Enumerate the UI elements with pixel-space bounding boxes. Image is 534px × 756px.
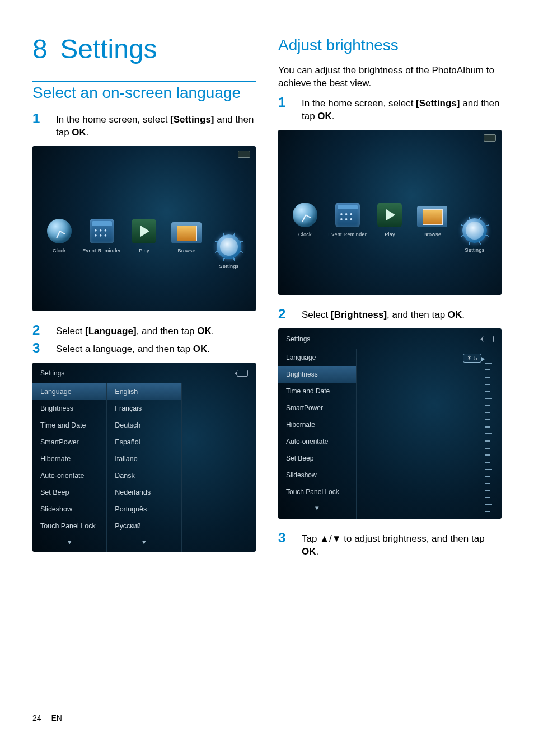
- section-adjust-brightness: Adjust brightness: [278, 34, 502, 54]
- chapter-number: 8: [32, 34, 48, 64]
- slider-tick: [485, 377, 490, 378]
- settings-row-smartpower: SmartPower: [32, 434, 106, 450]
- sd-card-icon: [238, 151, 250, 158]
- play-icon: [132, 219, 156, 243]
- language-option-english: English: [107, 383, 181, 400]
- left-step-2: 2 Select [Language], and then tap OK.: [32, 323, 256, 338]
- slider-tick: [485, 419, 490, 420]
- browse-icon: [417, 206, 447, 227]
- slider-tick: [485, 363, 492, 364]
- slider-tick: [485, 426, 490, 428]
- page-footer: 24 EN: [32, 713, 62, 722]
- menu-title: Settings: [286, 335, 310, 343]
- back-icon: [237, 370, 248, 377]
- home-item-clock: Clock: [40, 219, 79, 253]
- settings-row-touch-panel-lock: Touch Panel Lock: [278, 483, 356, 500]
- play-icon: [377, 203, 402, 227]
- home-item-settings: Settings: [455, 218, 494, 253]
- home-item-event-reminder: Event Reminder: [328, 203, 367, 237]
- slider-tick: [485, 504, 492, 505]
- settings-row-language: Language: [32, 383, 106, 400]
- home-item-settings: Settings: [209, 234, 249, 269]
- language-option-dansk: Dansk: [107, 467, 181, 484]
- section-select-language: Select an on-screen language: [32, 81, 256, 102]
- step-number: 2: [278, 307, 302, 321]
- menu-title: Settings: [40, 369, 64, 377]
- right-steps-3: 3 Tap ▲/▼ to adjust brightness, and then…: [278, 531, 502, 558]
- brightness-intro: You can adjust the brightness of the Pho…: [278, 64, 502, 90]
- step-text: In the home screen, select [Settings] an…: [302, 96, 502, 123]
- screenshot-home-right: ClockEvent ReminderPlayBrowseSettings: [278, 130, 502, 295]
- home-item-play: Play: [370, 203, 409, 237]
- step-text: Select a language, and then tap OK.: [56, 341, 256, 356]
- step-number: 3: [32, 341, 56, 355]
- left-steps-top: 1 In the home screen, select [Settings] …: [32, 112, 256, 139]
- right-column: Adjust brightness You can adjust the bri…: [278, 34, 502, 564]
- slider-tick: [485, 511, 490, 512]
- settings-icon: [217, 234, 241, 259]
- home-item-browse: Browse: [167, 220, 206, 253]
- settings-row-hibernate: Hibernate: [32, 450, 106, 467]
- slider-tick: [485, 497, 490, 498]
- settings-row-time-and-date: Time and Date: [278, 383, 356, 400]
- slider-tick: [485, 398, 492, 399]
- home-item-event-reminder: Event Reminder: [82, 219, 121, 253]
- step-text: In the home screen, select [Settings] an…: [56, 112, 256, 139]
- step-number: 1: [32, 112, 56, 125]
- clock-icon: [293, 203, 317, 227]
- home-item-label: Play: [370, 232, 409, 237]
- settings-row-brightness: Brightness: [278, 366, 356, 383]
- home-item-label: Settings: [455, 247, 494, 253]
- home-item-label: Clock: [285, 232, 325, 237]
- home-item-label: Clock: [40, 248, 79, 253]
- settings-row-slideshow: Slideshow: [278, 467, 356, 483]
- slider-tick: [485, 469, 492, 470]
- language-option-deutsch: Deutsch: [107, 417, 181, 434]
- left-column: 8 Settings Select an on-screen language …: [32, 34, 256, 564]
- step-number: 2: [32, 323, 56, 337]
- settings-row-auto-orientate: Auto-orientate: [278, 433, 356, 450]
- slider-tick: [485, 391, 490, 392]
- language-option-nederlands: Nederlands: [107, 484, 181, 501]
- chapter-title: Settings: [60, 34, 157, 64]
- home-item-label: Browse: [413, 232, 452, 237]
- left-steps-rest: 2 Select [Language], and then tap OK. 3 …: [32, 323, 256, 356]
- right-step-2: 2 Select [Brightness], and then tap OK.: [278, 307, 502, 322]
- settings-row-set-beep: Set Beep: [278, 450, 356, 467]
- screenshot-brightness-menu: Settings LanguageBrightnessTime and Date…: [278, 328, 502, 519]
- settings-row-time-and-date: Time and Date: [32, 417, 106, 434]
- home-item-label: Settings: [209, 264, 249, 269]
- settings-row-slideshow: Slideshow: [32, 501, 106, 518]
- language-option-français: Français: [107, 400, 181, 417]
- slider-tick: [485, 384, 490, 385]
- home-item-label: Browse: [167, 248, 206, 253]
- step-number: 1: [278, 96, 302, 109]
- settings-row-hibernate: Hibernate: [278, 416, 356, 433]
- screenshot-language-menu: Settings LanguageBrightnessTime and Date…: [32, 363, 256, 552]
- more-down-icon: [107, 534, 181, 552]
- settings-row-set-beep: Set Beep: [32, 484, 106, 501]
- step-number: 3: [278, 531, 302, 544]
- home-item-label: Play: [124, 248, 163, 253]
- slider-tick: [485, 454, 490, 456]
- slider-tick: [485, 412, 490, 413]
- home-item-label: Event Reminder: [328, 232, 367, 237]
- right-steps-2: 2 Select [Brightness], and then tap OK.: [278, 307, 502, 322]
- page-lang: EN: [51, 713, 62, 722]
- brightness-value: 5: [474, 355, 477, 361]
- right-steps-1: 1 In the home screen, select [Settings] …: [278, 96, 502, 123]
- chapter-heading: 8 Settings: [32, 34, 256, 64]
- left-step-1: 1 In the home screen, select [Settings] …: [32, 112, 256, 139]
- step-text: Select [Language], and then tap OK.: [56, 323, 256, 338]
- home-item-browse: Browse: [413, 204, 452, 237]
- slider-tick: [485, 369, 490, 370]
- more-down-icon: [278, 500, 356, 518]
- slider-tick: [485, 462, 490, 463]
- page-number: 24: [32, 713, 41, 722]
- brightness-slider: [486, 363, 489, 513]
- step-text: Tap ▲/▼ to adjust brightness, and then t…: [302, 531, 502, 558]
- language-option-русский: Русский: [107, 518, 181, 534]
- settings-row-language: Language: [278, 349, 356, 366]
- slider-tick: [485, 433, 492, 434]
- slider-tick: [485, 440, 490, 442]
